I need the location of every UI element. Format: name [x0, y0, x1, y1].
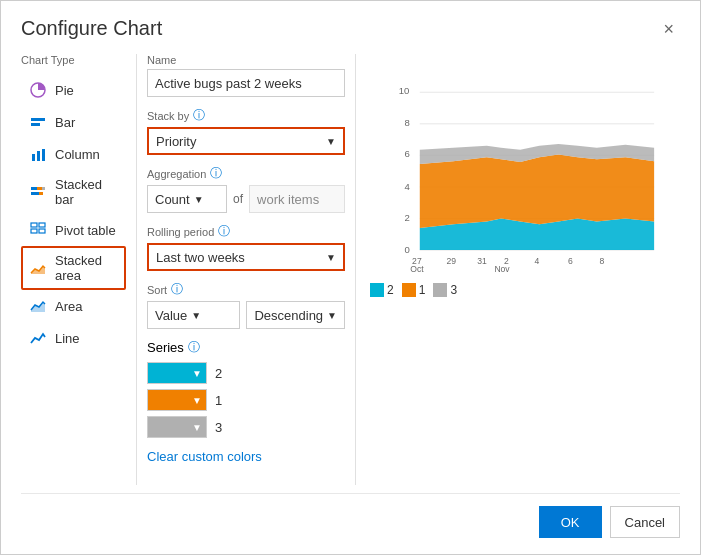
svg-rect-5: [42, 149, 45, 161]
series-num-3: 3: [215, 420, 222, 435]
sort-value: Value: [155, 308, 187, 323]
svg-text:Nov: Nov: [494, 264, 510, 274]
close-button[interactable]: ×: [657, 18, 680, 40]
configure-chart-dialog: Configure Chart × Chart Type Pie: [0, 0, 701, 555]
series-item-1: ▼ 2: [147, 362, 345, 384]
svg-text:4: 4: [535, 256, 540, 266]
stack-by-info-icon[interactable]: ⓘ: [193, 107, 205, 124]
cancel-button[interactable]: Cancel: [610, 506, 680, 538]
config-panel: Name Stack by ⓘ Priority ▼ Aggregation ⓘ…: [136, 54, 356, 485]
sidebar-item-line[interactable]: Line: [21, 322, 126, 354]
rolling-period-label: Rolling period ⓘ: [147, 223, 345, 240]
stacked-bar-icon: [29, 183, 47, 201]
series-label: Series: [147, 340, 184, 355]
legend-label-1: 1: [419, 283, 426, 297]
series-color-swatch-3[interactable]: ▼: [147, 416, 207, 438]
svg-text:8: 8: [600, 256, 605, 266]
stack-by-value: Priority: [156, 134, 196, 149]
sidebar-item-bar-label: Bar: [55, 115, 75, 130]
svg-marker-30: [420, 154, 654, 228]
of-text: of: [233, 192, 243, 206]
svg-rect-3: [32, 154, 35, 161]
svg-rect-2: [31, 123, 40, 126]
sidebar-item-column[interactable]: Column: [21, 138, 126, 170]
series-item-2: ▼ 1: [147, 389, 345, 411]
chart-svg: 0 2 4 6 8 10: [370, 54, 680, 274]
svg-rect-11: [31, 223, 37, 227]
sidebar-item-pivot-table-label: Pivot table: [55, 223, 116, 238]
svg-rect-7: [37, 187, 42, 190]
sidebar-item-stacked-area-label: Stacked area: [55, 253, 118, 283]
svg-rect-13: [31, 229, 37, 233]
work-items-box: work items: [249, 185, 345, 213]
svg-text:4: 4: [404, 181, 410, 192]
bar-icon: [29, 113, 47, 131]
legend-label-3: 3: [450, 283, 457, 297]
legend-swatch-2: [370, 283, 384, 297]
sidebar-item-pie-label: Pie: [55, 83, 74, 98]
clear-custom-colors-link[interactable]: Clear custom colors: [147, 449, 262, 464]
sort-order-select[interactable]: Descending ▼: [246, 301, 345, 329]
svg-rect-4: [37, 151, 40, 161]
sidebar-item-pivot-table[interactable]: Pivot table: [21, 214, 126, 246]
chart-type-sidebar: Chart Type Pie: [21, 54, 136, 485]
svg-rect-14: [39, 229, 45, 233]
svg-rect-1: [31, 118, 45, 121]
series-color-swatch-1[interactable]: ▼: [147, 362, 207, 384]
sidebar-item-area[interactable]: Area: [21, 290, 126, 322]
sidebar-item-stacked-bar[interactable]: Stacked bar: [21, 170, 126, 214]
sidebar-item-area-label: Area: [55, 299, 82, 314]
legend-item-1: 1: [402, 283, 426, 297]
sidebar-item-pie[interactable]: Pie: [21, 74, 126, 106]
chart-legend: 2 1 3: [370, 283, 680, 297]
sort-row: Value ▼ Descending ▼: [147, 301, 345, 329]
stack-by-label: Stack by ⓘ: [147, 107, 345, 124]
name-label: Name: [147, 54, 345, 66]
chart-panel: 0 2 4 6 8 10: [356, 54, 680, 485]
series-num-2: 1: [215, 393, 222, 408]
svg-text:8: 8: [404, 117, 409, 128]
svg-rect-8: [42, 187, 45, 190]
series-section: Series ⓘ ▼ 2 ▼ 1 ▼: [147, 339, 345, 464]
sort-order-value: Descending: [254, 308, 323, 323]
rolling-period-info-icon[interactable]: ⓘ: [218, 223, 230, 240]
legend-swatch-3: [433, 283, 447, 297]
stack-by-select[interactable]: Priority ▼: [147, 127, 345, 155]
svg-rect-6: [31, 187, 37, 190]
sidebar-item-stacked-area[interactable]: Stacked area: [21, 246, 126, 290]
rolling-period-select[interactable]: Last two weeks ▼: [147, 243, 345, 271]
aggregation-value: Count: [155, 192, 190, 207]
sort-value-select[interactable]: Value ▼: [147, 301, 240, 329]
series-num-1: 2: [215, 366, 222, 381]
series-item-3: ▼ 3: [147, 416, 345, 438]
series-info-icon[interactable]: ⓘ: [188, 339, 200, 356]
aggregation-chevron-icon: ▼: [194, 194, 204, 205]
aggregation-info-icon[interactable]: ⓘ: [210, 165, 222, 182]
series-color-swatch-2[interactable]: ▼: [147, 389, 207, 411]
svg-text:10: 10: [399, 85, 410, 96]
column-icon: [29, 145, 47, 163]
rolling-period-value: Last two weeks: [156, 250, 245, 265]
series-swatch-2-chevron-icon: ▼: [192, 395, 202, 406]
ok-button[interactable]: OK: [539, 506, 602, 538]
chart-area: 0 2 4 6 8 10: [370, 54, 680, 485]
svg-text:29: 29: [447, 256, 457, 266]
sort-order-chevron-icon: ▼: [327, 310, 337, 321]
svg-rect-9: [31, 192, 39, 195]
svg-text:Oct: Oct: [410, 264, 424, 274]
sort-label: Sort ⓘ: [147, 281, 345, 298]
aggregation-label: Aggregation ⓘ: [147, 165, 345, 182]
rolling-period-chevron-icon: ▼: [326, 252, 336, 263]
sort-value-chevron-icon: ▼: [191, 310, 201, 321]
dialog-title: Configure Chart: [21, 17, 162, 40]
sort-info-icon[interactable]: ⓘ: [171, 281, 183, 298]
pie-icon: [29, 81, 47, 99]
sidebar-item-bar[interactable]: Bar: [21, 106, 126, 138]
line-icon: [29, 329, 47, 347]
legend-label-2: 2: [387, 283, 394, 297]
aggregation-select[interactable]: Count ▼: [147, 185, 227, 213]
dialog-body: Chart Type Pie: [21, 54, 680, 485]
svg-text:0: 0: [404, 244, 409, 255]
name-input[interactable]: [147, 69, 345, 97]
aggregation-row: Count ▼ of work items: [147, 185, 345, 213]
